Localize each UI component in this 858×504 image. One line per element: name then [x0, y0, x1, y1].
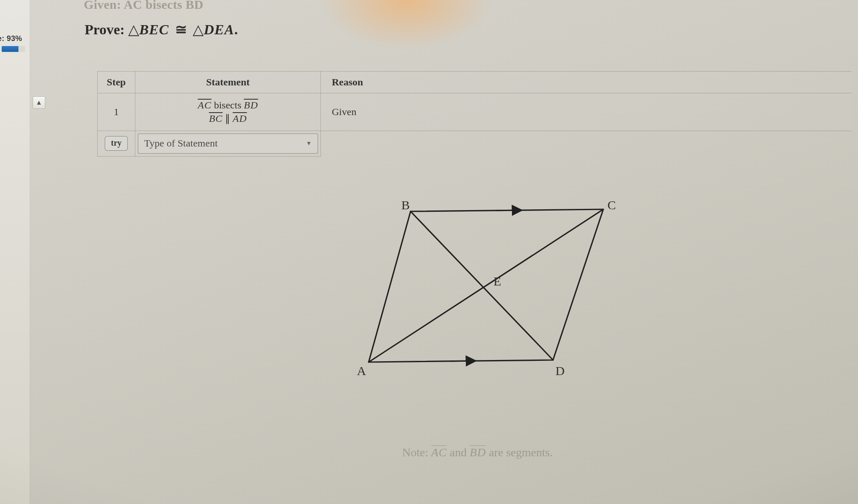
header-statement: Statement — [135, 72, 321, 93]
triangle-2-vertices: DEA — [204, 22, 234, 37]
scroll-up-button[interactable]: ▲ — [33, 96, 45, 109]
empty-reason — [321, 131, 852, 156]
prove-statement: Prove: △BEC ≅ △DEA. — [85, 21, 238, 38]
parallel-text: ∥ — [222, 113, 233, 124]
note-prefix: Note: — [402, 446, 431, 459]
segment-bc: BC — [209, 113, 223, 124]
bisects-text: bisects — [212, 100, 244, 111]
vertex-e-label: E — [494, 274, 501, 288]
try-cell: try — [98, 131, 135, 156]
figure-svg: B C A D E — [352, 193, 637, 381]
left-sidebar: e: 93% — [0, 0, 30, 504]
triangle-symbol-1: △ — [128, 22, 139, 37]
note-text: Note: AC and BD are segments. — [402, 446, 553, 459]
given-text-partial: Given: AC bisects BD — [84, 0, 204, 12]
svg-line-1 — [450, 361, 471, 361]
chevron-down-icon: ▼ — [306, 140, 312, 147]
statement-cell: AC bisects BD BC ∥ AD — [135, 93, 321, 131]
segment-bd: BD — [244, 100, 258, 111]
congruent-symbol: ≅ — [173, 22, 189, 37]
chevron-up-icon: ▲ — [36, 99, 42, 106]
note-suffix: are segments. — [489, 446, 553, 459]
statement-line-2: BC ∥ AD — [143, 112, 313, 125]
photo-glare — [318, 0, 494, 50]
table-row: 1 AC bisects BD BC ∥ AD Given — [98, 93, 852, 131]
statement-line-1: AC bisects BD — [143, 98, 313, 112]
note-seg-ac: AC — [431, 446, 447, 459]
triangle-symbol-2: △ — [193, 22, 204, 37]
dropdown-label: Type of Statement — [144, 138, 218, 149]
header-reason: Reason — [321, 72, 852, 93]
segment-ad: AD — [233, 113, 247, 124]
svg-line-0 — [496, 210, 517, 211]
step-number: 1 — [98, 93, 135, 131]
try-button[interactable]: try — [105, 136, 128, 151]
proof-table: Step Statement Reason 1 AC bisects BD BC… — [97, 71, 851, 157]
progress-bar-fill — [2, 46, 18, 52]
vertex-b-label: B — [401, 198, 410, 212]
dropdown-cell: Type of Statement ▼ — [135, 131, 321, 156]
triangle-1-vertices: BEC — [139, 22, 169, 37]
header-step: Step — [98, 72, 135, 93]
prove-prefix: Prove: — [85, 22, 128, 37]
note-seg-bd: BD — [470, 446, 486, 459]
statement-type-dropdown[interactable]: Type of Statement ▼ — [138, 134, 318, 154]
table-header-row: Step Statement Reason — [98, 72, 852, 93]
table-row-input: try Type of Statement ▼ — [98, 131, 852, 156]
note-and: and — [450, 446, 470, 459]
grade-label: e: 93% — [0, 34, 22, 43]
reason-cell: Given — [321, 93, 852, 131]
vertex-a-label: A — [357, 364, 366, 378]
geometry-figure: B C A D E — [352, 193, 637, 381]
segment-ac: AC — [198, 100, 212, 111]
vertex-d-label: D — [556, 364, 565, 378]
vertex-c-label: C — [607, 198, 616, 212]
